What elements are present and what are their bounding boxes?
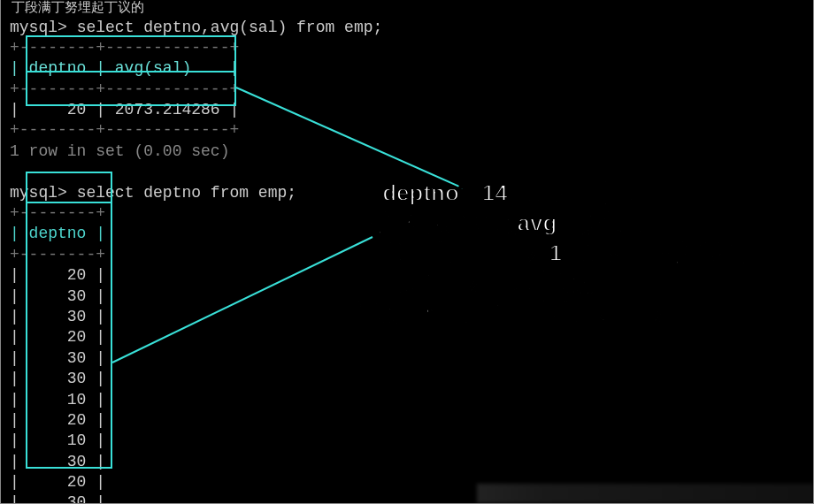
query1-statement: select deptno,avg(sal) from emp;	[77, 19, 383, 36]
sep: +--------+	[10, 245, 804, 265]
table-row: | 20 |	[10, 410, 804, 431]
query2-line: mysql> select deptno from emp;	[10, 183, 804, 203]
sep: +--------+-------------+	[10, 38, 804, 58]
terminal-output: 丁段满丁努埋起丁议的 mysql> select deptno,avg(sal)…	[1, 0, 813, 504]
table-row: | 30 |	[10, 452, 804, 472]
query1-header: | deptno | avg(sal) |	[10, 58, 804, 79]
table-row: | 20 |	[10, 327, 804, 347]
cropped-text: 丁段满丁努埋起丁议的	[10, 0, 804, 18]
bottom-smudge	[477, 484, 813, 503]
query2-header: | deptno |	[10, 224, 804, 244]
query1-status: 1 row in set (0.00 sec)	[10, 141, 804, 162]
table-row: | 30 |	[10, 307, 804, 327]
table-row: | 30 |	[10, 369, 804, 389]
query1-row: | 20 | 2073.214286 |	[10, 100, 804, 120]
sep: +--------+-------------+	[10, 80, 804, 100]
query2-rows: | 20 || 30 || 30 || 20 || 30 || 30 || 10…	[10, 265, 804, 504]
sep: +--------+	[10, 203, 804, 224]
prompt: mysql>	[10, 184, 77, 202]
query1-line: mysql> select deptno,avg(sal) from emp;	[10, 18, 804, 38]
table-row: | 30 |	[10, 286, 804, 307]
query2-statement: select deptno from emp;	[77, 184, 296, 202]
table-row: | 20 |	[10, 265, 804, 286]
table-row: | 10 |	[10, 390, 804, 410]
sep: +--------+-------------+	[10, 120, 804, 141]
table-row: | 30 |	[10, 348, 804, 369]
prompt: mysql>	[10, 19, 77, 36]
table-row: | 10 |	[10, 431, 804, 451]
